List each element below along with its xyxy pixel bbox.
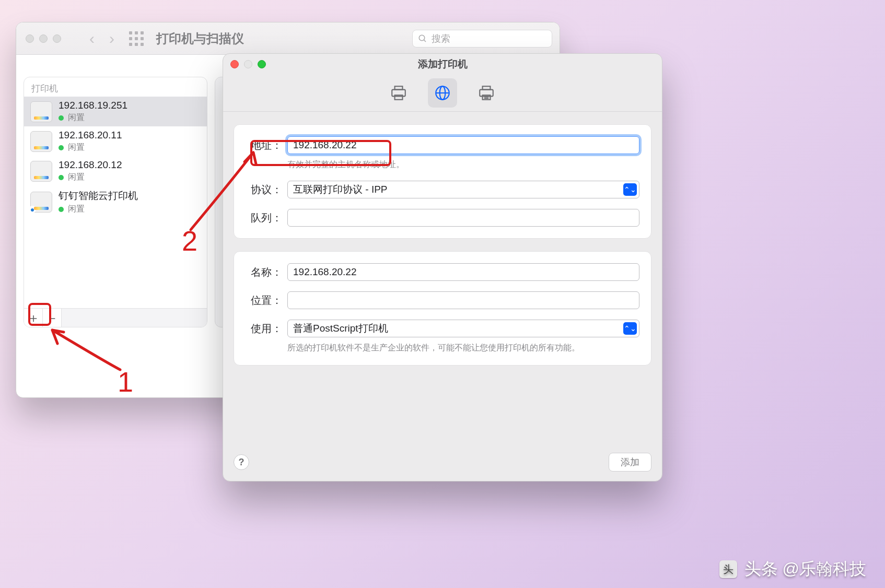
watermark-logo-icon: 头 bbox=[719, 560, 737, 578]
connection-section: 地址： 192.168.20.22 有效并完整的主机名称或地址。 协议： 互联网… bbox=[234, 124, 651, 239]
sidebar-header: 打印机 bbox=[24, 77, 207, 97]
minimize-icon[interactable] bbox=[244, 60, 252, 68]
printer-status: 闲置 bbox=[59, 172, 122, 183]
svg-point-0 bbox=[419, 35, 425, 41]
printer-advanced-icon bbox=[478, 84, 495, 102]
use-row: 使用： 普通PostScript打印机 ⌃⌄ bbox=[246, 320, 639, 337]
status-dot-icon bbox=[59, 115, 64, 121]
address-hint: 有效并完整的主机名称或地址。 bbox=[287, 159, 639, 170]
add-printer-window: 添加打印机 地址： 192.168.20.22 有效并完整的主机名称或地址。 协… bbox=[223, 53, 662, 481]
queue-row: 队列： bbox=[246, 209, 639, 227]
svg-rect-3 bbox=[395, 86, 403, 89]
use-select[interactable]: 普通PostScript打印机 ⌃⌄ bbox=[287, 320, 639, 337]
watermark: 头 头条 @乐翰科技 bbox=[719, 558, 866, 581]
preferences-title: 打印机与扫描仪 bbox=[156, 30, 244, 47]
printer-list-item[interactable]: 192.168.20.11 闲置 bbox=[24, 126, 207, 156]
printer-list-item[interactable]: 钉钉智能云打印机 闲置 bbox=[24, 186, 207, 218]
printer-name: 192.168.19.251 bbox=[59, 100, 127, 111]
watermark-text: 头条 @乐翰科技 bbox=[744, 558, 866, 581]
status-dot-icon bbox=[59, 175, 64, 180]
close-icon[interactable] bbox=[26, 34, 34, 43]
tab-ip[interactable] bbox=[428, 78, 457, 108]
location-row: 位置： bbox=[246, 291, 639, 309]
window-traffic-lights bbox=[230, 60, 266, 68]
show-all-icon[interactable] bbox=[129, 31, 144, 46]
forward-button[interactable]: › bbox=[109, 31, 114, 46]
tab-windows[interactable] bbox=[472, 78, 501, 108]
name-input[interactable]: 192.168.20.22 bbox=[287, 263, 639, 281]
printer-name: 192.168.20.11 bbox=[59, 130, 122, 141]
svg-line-1 bbox=[424, 40, 426, 42]
address-row: 地址： 192.168.20.22 bbox=[246, 136, 639, 154]
printer-list-item[interactable]: 192.168.20.12 闲置 bbox=[24, 156, 207, 186]
identity-section: 名称： 192.168.20.22 位置： 使用： 普通PostScript打印… bbox=[234, 251, 651, 366]
address-input[interactable]: 192.168.20.22 bbox=[287, 136, 639, 154]
printer-text: 192.168.20.12 闲置 bbox=[59, 159, 122, 183]
separator bbox=[223, 111, 662, 112]
printer-name: 192.168.20.12 bbox=[59, 159, 122, 171]
status-dot-icon bbox=[59, 207, 64, 212]
search-icon bbox=[418, 34, 427, 43]
add-printer-button[interactable]: ＋ bbox=[24, 309, 43, 327]
nav-buttons: ‹ › bbox=[89, 31, 114, 46]
add-printer-titlebar: 添加打印机 bbox=[223, 54, 662, 75]
protocol-select[interactable]: 互联网打印协议 - IPP ⌃⌄ bbox=[287, 181, 639, 198]
location-label: 位置： bbox=[246, 293, 282, 308]
address-label: 地址： bbox=[246, 138, 282, 152]
search-field[interactable]: 搜索 bbox=[412, 30, 552, 48]
printer-status: 闲置 bbox=[59, 142, 122, 153]
status-dot-icon bbox=[59, 145, 64, 150]
printer-status: 闲置 bbox=[59, 112, 127, 123]
printer-list-item[interactable]: 192.168.19.251 闲置 bbox=[24, 97, 207, 126]
printer-icon bbox=[30, 131, 52, 152]
printer-name: 钉钉智能云打印机 bbox=[59, 189, 138, 203]
globe-icon bbox=[434, 84, 451, 102]
preferences-toolbar: ‹ › 打印机与扫描仪 搜索 bbox=[16, 22, 560, 55]
use-label: 使用： bbox=[246, 322, 282, 336]
zoom-icon[interactable] bbox=[258, 60, 266, 68]
printer-status: 闲置 bbox=[59, 204, 138, 215]
help-button[interactable]: ? bbox=[234, 454, 249, 470]
use-hint: 所选的打印机软件不是生产企业的软件，可能不能让您使用打印机的所有功能。 bbox=[287, 343, 639, 354]
protocol-label: 协议： bbox=[246, 183, 282, 197]
add-printer-title: 添加打印机 bbox=[223, 57, 662, 71]
protocol-row: 协议： 互联网打印协议 - IPP ⌃⌄ bbox=[246, 181, 639, 198]
chevron-up-down-icon: ⌃⌄ bbox=[623, 322, 637, 335]
location-input[interactable] bbox=[287, 291, 639, 309]
add-printer-footer: ? 添加 bbox=[223, 445, 662, 481]
window-traffic-lights bbox=[26, 34, 61, 43]
printer-icon bbox=[30, 192, 52, 213]
back-button[interactable]: ‹ bbox=[89, 31, 95, 46]
search-placeholder: 搜索 bbox=[432, 32, 450, 45]
remove-printer-button[interactable]: － bbox=[43, 309, 62, 327]
name-row: 名称： 192.168.20.22 bbox=[246, 263, 639, 281]
close-icon[interactable] bbox=[230, 60, 239, 68]
queue-input[interactable] bbox=[287, 209, 639, 227]
printer-icon bbox=[390, 84, 407, 102]
printer-text: 192.168.19.251 闲置 bbox=[59, 100, 127, 123]
sidebar-footer: ＋ － bbox=[24, 308, 207, 327]
add-printer-tabs bbox=[223, 75, 662, 111]
chevron-up-down-icon: ⌃⌄ bbox=[623, 183, 637, 196]
minimize-icon[interactable] bbox=[39, 34, 48, 43]
printer-icon bbox=[30, 161, 52, 182]
tab-default[interactable] bbox=[384, 78, 413, 108]
add-button[interactable]: 添加 bbox=[609, 453, 651, 472]
printer-icon bbox=[30, 101, 52, 122]
queue-label: 队列： bbox=[246, 211, 282, 225]
printer-text: 钉钉智能云打印机 闲置 bbox=[59, 189, 138, 215]
name-label: 名称： bbox=[246, 265, 282, 279]
zoom-icon[interactable] bbox=[53, 34, 61, 43]
printer-text: 192.168.20.11 闲置 bbox=[59, 130, 122, 153]
printers-sidebar: 打印机 192.168.19.251 闲置 192.168.20.11 闲置 1… bbox=[24, 77, 207, 327]
svg-rect-9 bbox=[483, 86, 491, 89]
